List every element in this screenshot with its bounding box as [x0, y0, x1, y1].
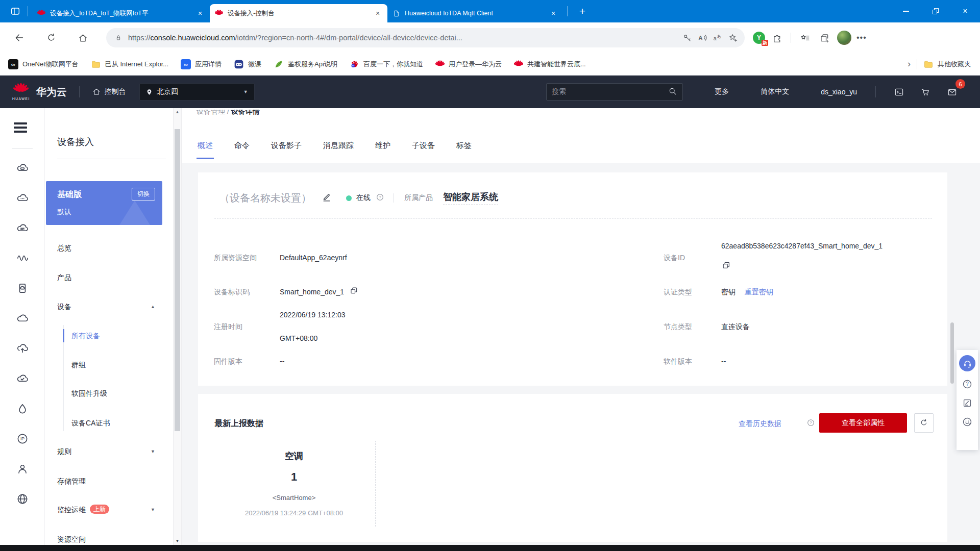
collections-icon[interactable]	[817, 30, 832, 45]
saved-password-key-icon[interactable]	[679, 30, 695, 45]
url-text[interactable]: https://console.huaweicloud.com/iotdm/?r…	[128, 34, 679, 42]
scroll-up-arrow-icon[interactable]: ▲	[174, 110, 181, 114]
customer-service-headset-icon[interactable]	[959, 355, 975, 371]
window-minimize-button[interactable]	[891, 0, 921, 22]
window-close-button[interactable]: ×	[950, 0, 980, 22]
tab-child-devices[interactable]: 子设备	[411, 141, 436, 159]
sidebar-item-products[interactable]: 产品	[57, 270, 155, 285]
header-username-menu[interactable]: ds_xiao_yu	[821, 88, 857, 96]
tab-tags[interactable]: 标签	[455, 141, 473, 159]
bookmark-onenet[interactable]: ∞ OneNet物联网平台	[8, 59, 79, 69]
tab-mqtt-client[interactable]: Huaweicloud IoTDA Mqtt Client ×	[387, 4, 563, 22]
view-all-properties-button[interactable]: 查看全部属性	[819, 413, 907, 433]
sidebar-item-firmware-upgrade[interactable]: 软固件升级	[71, 386, 158, 401]
add-favorite-star-icon[interactable]	[725, 30, 741, 45]
report-help-icon[interactable]: ?	[806, 418, 815, 429]
cloud-server-icon[interactable]	[16, 161, 29, 174]
header-more-menu[interactable]: 更多	[715, 87, 729, 96]
bookmark-auth-api[interactable]: 鉴权服务Api说明	[274, 59, 337, 69]
cloud-upload-icon[interactable]	[16, 342, 29, 355]
sidebar-scrollbar[interactable]: ▲ ▼	[173, 108, 182, 545]
sidebar-item-devices[interactable]: 设备▲	[57, 299, 155, 314]
new-tab-button[interactable]: +	[574, 3, 591, 20]
edit-name-pencil-icon[interactable]	[322, 192, 332, 204]
product-link[interactable]: 智能家居系统	[443, 191, 498, 205]
ip-address-icon[interactable]: IP	[16, 432, 29, 445]
tab-overview[interactable]: 概述	[197, 141, 214, 159]
cloud-shell-icon[interactable]	[891, 84, 906, 99]
refresh-icon[interactable]	[41, 28, 61, 47]
sidebar-item-device-ca[interactable]: 设备CA证书	[71, 415, 158, 431]
status-help-icon[interactable]: ?	[376, 193, 384, 204]
tab-close-icon[interactable]: ×	[195, 9, 205, 18]
home-icon[interactable]	[72, 28, 93, 47]
tab-commands[interactable]: 命令	[233, 141, 251, 159]
region-selector[interactable]: 北京四 ▼	[139, 83, 255, 101]
bookmark-ie-folder[interactable]: 已从 Internet Explor...	[91, 59, 168, 69]
copy-icon[interactable]	[721, 260, 731, 270]
breadcrumb-parent[interactable]: 设备管理	[197, 110, 225, 115]
search-icon[interactable]	[668, 86, 677, 97]
scrollbar-thumb[interactable]	[175, 129, 180, 431]
droplet-icon[interactable]	[16, 402, 29, 415]
messages-mail-icon[interactable]: 6	[944, 84, 960, 99]
sidebar-item-rules[interactable]: 规则▼	[57, 444, 155, 459]
extensions-puzzle-icon[interactable]	[769, 30, 785, 45]
hamburger-menu-icon[interactable]	[14, 122, 27, 133]
reset-secret-link[interactable]: 重置密钥	[745, 287, 773, 297]
header-search-input[interactable]: 搜索	[546, 83, 683, 101]
other-favorites-folder[interactable]: 其他收藏夹	[923, 59, 971, 69]
header-language-menu[interactable]: 简体中文	[761, 87, 789, 96]
tab-close-icon[interactable]: ×	[373, 9, 382, 18]
edition-switch-button[interactable]: 切换	[132, 188, 155, 201]
cloud-check-icon[interactable]	[16, 372, 29, 385]
user-person-icon[interactable]	[16, 462, 29, 475]
edge-device-icon[interactable]	[16, 282, 29, 295]
read-aloud-icon[interactable]: A	[695, 30, 710, 45]
globe-web-icon[interactable]	[16, 492, 29, 506]
sidebar-item-monitoring[interactable]: 监控运维上新▼	[57, 502, 155, 517]
sidebar-item-overview[interactable]: 总览	[57, 240, 155, 256]
tab-maintenance[interactable]: 维护	[374, 141, 391, 159]
tab-device-shadow[interactable]: 设备影子	[270, 141, 303, 159]
bookmarks-overflow-chevron-icon[interactable]: ›	[908, 59, 911, 69]
sidebar-item-groups[interactable]: 群组	[71, 357, 158, 372]
translate-icon[interactable]: aあ	[710, 30, 725, 45]
settings-more-icon[interactable]: •••	[856, 33, 867, 42]
cloud-dots-icon[interactable]	[16, 191, 29, 205]
signal-waves-icon[interactable]	[16, 252, 29, 265]
cloud-config-icon[interactable]	[16, 221, 29, 235]
sidebar-item-storage[interactable]: 存储管理	[57, 473, 155, 489]
back-icon[interactable]	[9, 28, 30, 47]
tab-workspaces-icon[interactable]	[7, 3, 23, 19]
copy-icon[interactable]	[349, 286, 359, 298]
profile-avatar[interactable]	[837, 31, 851, 45]
bookmark-baidu[interactable]: du 百度一下，你就知道	[350, 59, 423, 69]
tab-console-active[interactable]: 设备接入-控制台 ×	[210, 4, 387, 22]
bookmark-app-detail[interactable]: ∞ 应用详情	[181, 59, 222, 69]
window-restore-button[interactable]	[921, 0, 950, 22]
satisfaction-smiley-icon[interactable]	[961, 416, 973, 428]
console-home-link[interactable]: 控制台	[92, 87, 126, 96]
help-question-icon[interactable]: ?	[961, 378, 973, 390]
tab-iotda-docs[interactable]: 设备接入_IoTDA_IoT_物联网IoT平 ×	[32, 4, 210, 22]
tab-message-trace[interactable]: 消息跟踪	[322, 141, 355, 159]
refresh-report-button[interactable]	[914, 413, 934, 433]
bookmark-huawei-login[interactable]: 用户登录—华为云	[435, 60, 502, 69]
huawei-logo[interactable]: HUAWEI	[12, 83, 30, 101]
device-overview-card: （设备名称未设置） 在线 ? 所属产品 智能家居系统 所属资源空间 Defaul…	[198, 172, 947, 386]
bookmark-weike[interactable]: 微课	[234, 59, 261, 69]
cloud-icon[interactable]	[16, 312, 29, 325]
bookmark-huawei-cloud[interactable]: 共建智能世界云底...	[514, 60, 586, 69]
tab-close-icon[interactable]: ×	[549, 9, 558, 18]
feedback-edit-icon[interactable]	[961, 397, 973, 409]
cart-icon[interactable]	[918, 84, 933, 99]
sidebar-item-all-devices[interactable]: 所有设备	[71, 328, 158, 343]
extension-y-icon[interactable]: Y新	[753, 32, 765, 44]
address-bar[interactable]: https://console.huaweicloud.com/iotdm/?r…	[106, 28, 745, 47]
scroll-down-arrow-icon[interactable]: ▼	[174, 539, 181, 543]
view-history-link[interactable]: 查看历史数据	[739, 419, 781, 429]
favorites-star-list-icon[interactable]	[797, 30, 813, 45]
content-scrollbar-thumb[interactable]	[950, 322, 954, 384]
bookmark-label: 微课	[248, 60, 261, 69]
